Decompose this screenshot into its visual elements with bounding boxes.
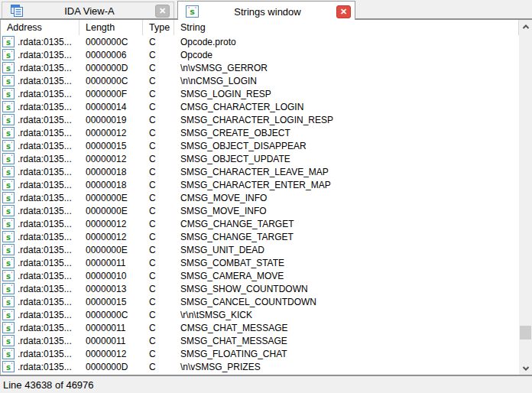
address-value: .rdata:0135... bbox=[18, 154, 72, 164]
type-value: C bbox=[143, 323, 174, 333]
type-value: C bbox=[143, 37, 174, 47]
address-value: .rdata:0135... bbox=[18, 63, 72, 73]
type-value: C bbox=[143, 167, 174, 177]
table-row[interactable]: ' s ' .rdata:0135... 00000011 C SMSG_CHA… bbox=[1, 334, 519, 347]
svg-text:': ' bbox=[195, 6, 196, 12]
table-row[interactable]: ' s ' .rdata:0135... 00000011 C CMSG_CHA… bbox=[1, 321, 519, 334]
string-literal-icon: ' s ' bbox=[2, 179, 15, 190]
svg-text:s: s bbox=[6, 77, 11, 86]
table-row[interactable]: ' s ' .rdata:0135... 0000000C C \r\n\tSM… bbox=[1, 308, 519, 321]
string-value: SMSG_SHOW_COUNTDOWN bbox=[174, 284, 519, 294]
table-row[interactable]: ' s ' .rdata:0135... 0000000F C SMSG_LOG… bbox=[1, 87, 519, 100]
table-row[interactable]: ' s ' .rdata:0135... 00000014 C CMSG_CHA… bbox=[1, 100, 519, 113]
table-row[interactable]: ' s ' .rdata:0135... 00000011 C SMSG_COM… bbox=[1, 256, 519, 269]
type-value: C bbox=[143, 102, 174, 112]
close-icon[interactable]: ✕ bbox=[155, 5, 170, 18]
string-literal-icon: ' s ' bbox=[2, 36, 15, 47]
type-value: C bbox=[143, 89, 174, 99]
type-value: C bbox=[143, 180, 174, 190]
string-value: SMSG_CHAT_MESSAGE bbox=[174, 336, 519, 346]
svg-text:s: s bbox=[6, 155, 11, 164]
svg-text:': ' bbox=[11, 154, 13, 160]
svg-text:': ' bbox=[11, 76, 13, 82]
table-row[interactable]: ' s ' .rdata:0135... 00000006 C Opcode bbox=[1, 48, 519, 61]
string-literal-icon: ' s ' bbox=[2, 192, 15, 203]
svg-text:': ' bbox=[11, 297, 13, 303]
length-value: 0000000E bbox=[79, 206, 143, 216]
ida-view-icon bbox=[10, 4, 24, 18]
close-icon[interactable]: ✕ bbox=[336, 5, 351, 18]
table-row[interactable]: ' s ' .rdata:0135... 00000019 C SMSG_CHA… bbox=[1, 113, 519, 126]
table-row[interactable]: ' s ' .rdata:0135... 00000018 C SMSG_CHA… bbox=[1, 165, 519, 178]
type-value: C bbox=[143, 271, 174, 281]
string-value: \r\n\tSMSG_KICK bbox=[174, 310, 519, 320]
address-cell: ' s ' .rdata:0135... bbox=[1, 153, 79, 164]
length-value: 00000012 bbox=[79, 154, 143, 164]
column-header-address[interactable]: Address bbox=[1, 20, 79, 35]
table-row[interactable]: ' s ' .rdata:0135... 00000012 C SMSG_CHA… bbox=[1, 230, 519, 243]
table-row[interactable]: ' s ' .rdata:0135... 00000010 C SMSG_CAM… bbox=[1, 269, 519, 282]
svg-text:': ' bbox=[11, 362, 13, 368]
address-value: .rdata:0135... bbox=[18, 284, 72, 294]
table-row[interactable]: ' s ' .rdata:0135... 0000000C C \n\nCMSG… bbox=[1, 74, 519, 87]
svg-text:s: s bbox=[6, 207, 11, 216]
string-literal-icon: ' s ' bbox=[2, 283, 15, 294]
address-cell: ' s ' .rdata:0135... bbox=[1, 270, 79, 281]
tab-ida-view-a[interactable]: IDA View-A ✕ bbox=[2, 2, 174, 19]
table-row[interactable]: ' s ' .rdata:0135... 00000012 C SMSG_FLO… bbox=[1, 347, 519, 360]
svg-text:': ' bbox=[11, 271, 13, 277]
scrollbar-thumb[interactable] bbox=[520, 326, 531, 339]
svg-text:s: s bbox=[6, 272, 11, 281]
address-cell: ' s ' .rdata:0135... bbox=[1, 166, 79, 177]
column-header-type[interactable]: Type bbox=[143, 20, 174, 35]
string-value: SMSG_CHARACTER_LEAVE_MAP bbox=[174, 167, 519, 177]
table-row[interactable]: ' s ' .rdata:0135... 00000015 C SMSG_CAN… bbox=[1, 295, 519, 308]
svg-text:s: s bbox=[6, 311, 11, 320]
table-row[interactable]: ' s ' .rdata:0135... 0000000E C CMSG_MOV… bbox=[1, 191, 519, 204]
address-cell: ' s ' .rdata:0135... bbox=[1, 283, 79, 294]
length-value: 0000000E bbox=[79, 245, 143, 255]
address-cell: ' s ' .rdata:0135... bbox=[1, 244, 79, 255]
scroll-down-icon[interactable] bbox=[519, 362, 532, 375]
svg-text:s: s bbox=[6, 337, 11, 346]
address-value: .rdata:0135... bbox=[18, 167, 72, 177]
table-row[interactable]: ' s ' .rdata:0135... 00000018 C SMSG_CHA… bbox=[1, 178, 519, 191]
table-row[interactable]: ' s ' .rdata:0135... 00000012 C SMSG_OBJ… bbox=[1, 152, 519, 165]
table-row[interactable]: ' s ' .rdata:0135... 0000000C C Opcode.p… bbox=[1, 35, 519, 48]
svg-text:': ' bbox=[11, 245, 13, 251]
string-literal-icon: ' s ' bbox=[2, 218, 15, 229]
table-row[interactable]: ' s ' .rdata:0135... 00000012 C SMSG_CRE… bbox=[1, 126, 519, 139]
table-row[interactable]: ' s ' .rdata:0135... 0000000E C SMSG_UNI… bbox=[1, 243, 519, 256]
length-value: 0000000C bbox=[79, 310, 143, 320]
column-header-string[interactable]: String bbox=[174, 20, 519, 35]
type-value: C bbox=[143, 219, 174, 229]
string-literal-icon: ' s ' bbox=[2, 205, 15, 216]
tab-strings-window[interactable]: ' s ' Strings window ✕ bbox=[177, 1, 355, 21]
svg-text:s: s bbox=[6, 194, 11, 203]
svg-text:s: s bbox=[6, 64, 11, 73]
length-value: 0000000C bbox=[79, 37, 143, 47]
length-value: 00000018 bbox=[79, 180, 143, 190]
string-value: SMSG_UNIT_DEAD bbox=[174, 245, 519, 255]
length-value: 00000012 bbox=[79, 219, 143, 229]
svg-text:s: s bbox=[6, 129, 11, 138]
column-header-length[interactable]: Length bbox=[79, 20, 143, 35]
table-row[interactable]: ' s ' .rdata:0135... 00000013 C SMSG_SHO… bbox=[1, 282, 519, 295]
type-value: C bbox=[143, 50, 174, 60]
address-cell: ' s ' .rdata:0135... bbox=[1, 348, 79, 359]
svg-text:': ' bbox=[11, 89, 13, 95]
table-row[interactable]: ' s ' .rdata:0135... 0000000D C \n\vSMSG… bbox=[1, 360, 519, 373]
string-literal-icon: ' s ' bbox=[2, 166, 15, 177]
scroll-up-icon[interactable] bbox=[519, 20, 532, 33]
table-row[interactable]: ' s ' .rdata:0135... 0000000D C \n\vSMSG… bbox=[1, 61, 519, 74]
string-value: Opcode bbox=[174, 50, 519, 60]
table-row[interactable]: ' s ' .rdata:0135... 0000000E C SMSG_MOV… bbox=[1, 204, 519, 217]
svg-text:': ' bbox=[11, 206, 13, 212]
type-value: C bbox=[143, 141, 174, 151]
table-row[interactable]: ' s ' .rdata:0135... 00000015 C SMSG_OBJ… bbox=[1, 139, 519, 152]
address-cell: ' s ' .rdata:0135... bbox=[1, 322, 79, 333]
vertical-scrollbar[interactable] bbox=[519, 20, 532, 375]
string-value: SMSG_OBJECT_UPDATE bbox=[174, 154, 519, 164]
table-row[interactable]: ' s ' .rdata:0135... 00000012 C CMSG_CHA… bbox=[1, 217, 519, 230]
address-cell: ' s ' .rdata:0135... bbox=[1, 361, 79, 372]
